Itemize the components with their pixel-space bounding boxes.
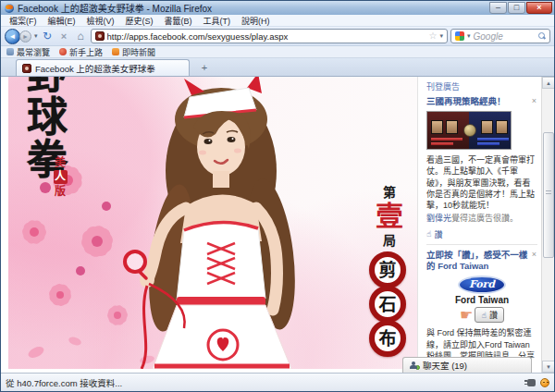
close-button[interactable]: ×	[526, 2, 552, 14]
scroll-up-icon[interactable]: ▲	[542, 77, 554, 89]
bookmarks-toolbar: 最常瀏覽 新手上路 即時新聞	[1, 46, 554, 58]
history-dropdown-icon[interactable]: ▾	[34, 32, 38, 40]
ad-ford-like-button[interactable]: ☝ 讚	[475, 307, 504, 323]
tab-favicon	[22, 64, 31, 73]
status-text: 從 h40.7force.com 接收資料...	[6, 376, 523, 389]
ford-caption: Ford Taiwan	[426, 295, 537, 305]
bookmark-star-icon[interactable]: ☆	[429, 30, 438, 43]
vertical-scrollbar[interactable]: ▲ ▼	[541, 77, 554, 373]
ad-sanguo: 三國再現策略經典！ × 看過三國，不一定真會帶軍打仗。馬上點擊加入《千軍破》，與…	[426, 96, 537, 240]
window-controls: – □ ×	[489, 2, 552, 14]
menu-help[interactable]: 說明(H)	[237, 15, 275, 27]
menu-tools[interactable]: 工具(T)	[199, 15, 236, 27]
ads-sidebar: 刊登廣告 三國再現策略經典！ × 看過三國，不一定真會帶軍打仗。馬上點擊加入《千…	[417, 77, 541, 373]
tab-label: Facebook 上的超激美女野球拳	[35, 62, 155, 75]
browser-window: Facebook 上的超激美女野球拳 - Mozilla Firefox – □…	[0, 0, 555, 392]
menu-bar: 檔案(F) 編輯(E) 檢視(V) 歷史(S) 書籤(B) 工具(T) 說明(H…	[1, 15, 554, 27]
scroll-down-icon[interactable]: ▼	[542, 361, 554, 373]
ad-ford-image[interactable]: Ford Ford Taiwan ☛ ☝ 讚	[426, 275, 537, 323]
advertise-link[interactable]: 刊登廣告	[426, 80, 537, 92]
most-visited-icon	[6, 48, 14, 55]
ad-ford-close-icon[interactable]: ×	[531, 250, 537, 259]
edition-seal: 美人版	[51, 156, 69, 198]
round-indicator: 第 壹 局	[371, 184, 408, 249]
back-button[interactable]: ◄	[5, 29, 20, 44]
round-suffix: 局	[371, 232, 408, 249]
site-favicon	[95, 31, 105, 41]
game-image: 野球拳 美人版 第 壹 局 剪 石 布	[8, 77, 423, 369]
tab-active[interactable]: Facebook 上的超激美女野球拳	[16, 59, 190, 76]
home-button[interactable]: ⌂	[74, 29, 88, 44]
scrollbar-thumb[interactable]	[543, 132, 554, 258]
emoticon-addon-icon[interactable]	[540, 378, 549, 387]
bookmark-most-visited[interactable]: 最常瀏覽	[6, 46, 50, 58]
search-box[interactable]: ▾ Google	[450, 29, 550, 43]
title-bar[interactable]: Facebook 上的超激美女野球拳 - Mozilla Firefox – □…	[1, 1, 554, 15]
rps-rock-button[interactable]: 石	[369, 286, 406, 323]
ad-sanguo-social: 劉偉光覺得這廣告很讚。	[426, 214, 537, 225]
chat-label: 聊天室 (19)	[423, 359, 467, 372]
like-thumb-icon: ☝	[426, 229, 431, 239]
ad-ford-title[interactable]: 立即按「讚」，感受不一樣的 Ford Taiwan	[426, 250, 531, 273]
round-prefix: 第	[371, 184, 408, 201]
menu-view[interactable]: 檢視(V)	[82, 15, 119, 27]
maximize-button[interactable]: □	[508, 2, 525, 14]
ad-sanguo-like[interactable]: ☝ 讚	[426, 228, 537, 240]
menu-history[interactable]: 歷史(S)	[121, 15, 158, 27]
bookmark-latest-news[interactable]: 即時新聞	[112, 46, 155, 58]
model-illustration	[119, 77, 360, 369]
search-magnifier-icon[interactable]	[538, 32, 546, 40]
rss-feed-icon	[112, 48, 119, 55]
google-icon[interactable]	[455, 31, 464, 41]
getting-started-icon	[59, 48, 67, 55]
rps-scissors-button[interactable]: 剪	[369, 251, 406, 288]
menu-edit[interactable]: 編輯(E)	[43, 15, 80, 27]
url-text[interactable]: http://apps.facebook.com/sexyguess/play.…	[107, 31, 426, 42]
plugin-status-icon[interactable]	[527, 379, 536, 386]
reload-button[interactable]: ↻	[41, 29, 55, 44]
minimize-button[interactable]: –	[489, 2, 507, 14]
sidebar-divider	[426, 244, 537, 245]
ad-sanguo-like-label[interactable]: 讚	[434, 228, 442, 240]
ad-ford: 立即按「讚」，感受不一樣的 Ford Taiwan × Ford Ford Ta…	[426, 250, 537, 373]
ford-logo: Ford	[458, 276, 506, 294]
status-bar: 從 h40.7force.com 接收資料...	[1, 373, 554, 391]
bookmark-getting-started[interactable]: 新手上路	[59, 46, 103, 58]
tab-bar: Facebook 上的超激美女野球拳 +	[1, 58, 554, 77]
like-thumb-icon: ☝	[481, 311, 486, 320]
url-bar[interactable]: http://apps.facebook.com/sexyguess/play.…	[91, 29, 448, 43]
stop-button[interactable]: ×	[57, 29, 71, 44]
menu-bookmarks[interactable]: 書籤(B)	[160, 15, 197, 27]
search-input[interactable]: Google	[474, 31, 536, 42]
menu-file[interactable]: 檔案(F)	[5, 15, 42, 27]
pointing-hand-icon: ☛	[460, 308, 473, 323]
ad-sanguo-close-icon[interactable]: ×	[531, 96, 537, 105]
ad-sanguo-image[interactable]	[426, 111, 512, 150]
round-number: 壹	[371, 201, 408, 232]
page-content: 野球拳 美人版 第 壹 局 剪 石 布 刊登廣告 三國再現策略經典！ ×	[1, 77, 554, 373]
rps-paper-button[interactable]: 布	[369, 320, 406, 357]
firefox-icon	[5, 4, 14, 13]
new-tab-button[interactable]: +	[195, 61, 214, 75]
navigation-toolbar: ◄ ► ▾ ↻ × ⌂ http://apps.facebook.com/sex…	[1, 27, 554, 46]
forward-button[interactable]: ►	[19, 31, 31, 43]
search-engine-dropdown-icon[interactable]: ▾	[467, 32, 471, 40]
facebook-chat-bar[interactable]: 聊天室 (19)	[402, 357, 532, 373]
person-icon	[409, 361, 417, 370]
window-title: Facebook 上的超激美女野球拳 - Mozilla Firefox	[18, 1, 486, 15]
url-dropdown-icon[interactable]: ▾	[439, 32, 443, 40]
ad-sanguo-body: 看過三國，不一定真會帶軍打仗。馬上點擊加入《千軍破》，與朋友軍團決戰，看看你是否…	[426, 154, 537, 211]
rps-buttons: 剪 石 布	[367, 254, 408, 357]
ad-sanguo-social-name[interactable]: 劉偉光	[426, 214, 451, 223]
ad-sanguo-title[interactable]: 三國再現策略經典！	[426, 96, 531, 107]
